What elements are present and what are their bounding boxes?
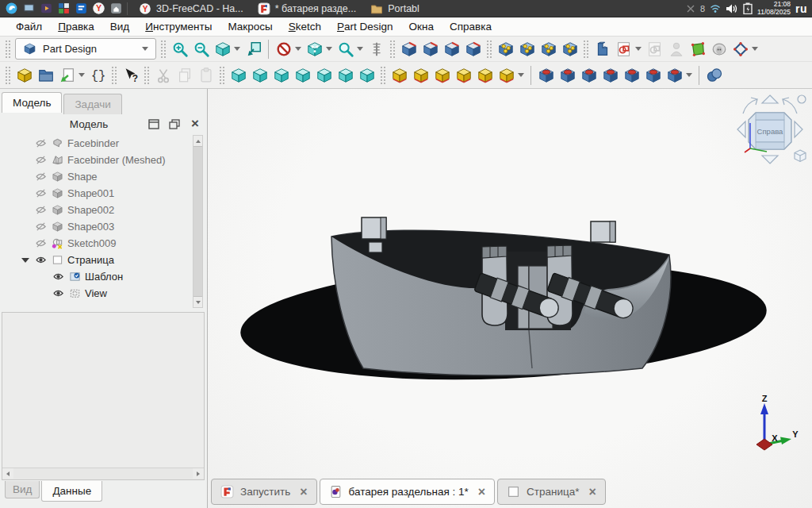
macro-braces-button[interactable]: {} <box>87 64 109 86</box>
document-tab-3[interactable]: Страница*× <box>497 479 606 505</box>
zoom-in-button[interactable] <box>169 38 190 60</box>
tree-item[interactable]: Страница <box>0 252 190 268</box>
toolbar-drag-handle[interactable] <box>380 66 386 85</box>
view-right-button[interactable] <box>292 64 313 86</box>
visibility-off-icon[interactable] <box>34 237 48 249</box>
menu-инструменты[interactable]: Инструменты <box>137 18 220 35</box>
whats-this-button[interactable]: ? <box>120 64 141 86</box>
scroll-left-button[interactable] <box>2 468 13 479</box>
toolbar-drag-handle[interactable] <box>486 40 492 59</box>
keyboard-layout-indicator[interactable]: ru <box>795 2 807 15</box>
close-icon[interactable]: × <box>589 486 596 498</box>
taskbar-window-button[interactable]: Portabl <box>363 0 427 17</box>
view-left-button[interactable] <box>356 64 377 86</box>
chamfer-button[interactable] <box>419 38 441 60</box>
tab-data-properties[interactable]: Данные <box>41 481 102 502</box>
tree-item[interactable]: Facebinder <box>0 135 190 152</box>
chevron-down-icon[interactable] <box>326 47 332 51</box>
workbench-selector[interactable]: Part Design <box>15 38 156 60</box>
tree-vertical-scrollbar[interactable] <box>193 135 203 308</box>
chevron-down-icon[interactable] <box>635 47 642 51</box>
toolbar-drag-handle[interactable] <box>144 66 150 85</box>
toolbar-drag-handle[interactable] <box>111 66 117 85</box>
shapebinder-button[interactable] <box>687 38 708 60</box>
tree-item[interactable]: Sketch009 <box>0 235 190 252</box>
view-front-button[interactable] <box>249 64 270 86</box>
visibility-on-icon[interactable] <box>52 271 65 283</box>
tree-item[interactable]: View <box>0 285 190 302</box>
view-top-button[interactable] <box>270 64 292 86</box>
expander-icon[interactable] <box>19 258 31 263</box>
fillet-button[interactable] <box>398 38 419 60</box>
polar-pattern-button[interactable] <box>538 38 559 60</box>
visibility-off-icon[interactable] <box>34 154 48 166</box>
std-views-button[interactable] <box>212 38 233 60</box>
menu-файл[interactable]: Файл <box>8 18 50 35</box>
visibility-off-icon[interactable] <box>34 204 48 216</box>
close-panel-icon[interactable]: × <box>187 117 203 131</box>
zoom-tools-button[interactable] <box>335 38 356 60</box>
toolbar-drag-handle[interactable] <box>389 40 396 59</box>
subtractive-loft-button[interactable] <box>599 64 621 86</box>
menu-sketch[interactable]: Sketch <box>281 18 329 35</box>
toolbar-drag-handle[interactable] <box>5 40 11 59</box>
visibility-off-icon[interactable] <box>34 137 48 149</box>
tree-item[interactable]: Shape003 <box>0 218 190 235</box>
office-icon[interactable] <box>57 2 71 15</box>
tree-item[interactable]: Shape <box>0 168 190 185</box>
thickness-button[interactable] <box>462 38 484 60</box>
scroll-thumb[interactable] <box>193 146 202 297</box>
zoom-out-button[interactable] <box>190 38 212 60</box>
subtractive-pipe-button[interactable] <box>621 64 642 86</box>
mirrored-button[interactable] <box>495 38 516 60</box>
draw-style-button[interactable] <box>273 38 294 60</box>
view-rear-button[interactable] <box>313 64 335 86</box>
dock-panel-icon[interactable] <box>146 117 162 131</box>
chevron-down-icon[interactable] <box>357 47 363 51</box>
menu-справка[interactable]: Справка <box>442 18 500 35</box>
toolbar-drag-handle[interactable] <box>219 66 225 85</box>
tree-item[interactable]: Facebinder (Meshed) <box>0 152 190 168</box>
additive-pipe-button[interactable] <box>453 64 474 86</box>
datum-button[interactable] <box>730 38 751 60</box>
file-manager-icon[interactable] <box>109 2 123 15</box>
wifi-icon[interactable] <box>710 4 721 13</box>
subtractive-helix-button[interactable] <box>642 64 664 86</box>
toolbar-drag-handle[interactable] <box>5 66 11 85</box>
visibility-off-icon[interactable] <box>34 221 48 233</box>
toolbar-drag-handle[interactable] <box>160 40 167 59</box>
chevron-down-icon[interactable] <box>295 47 301 51</box>
toolbar-drag-handle[interactable] <box>583 40 589 59</box>
clipping-button[interactable] <box>304 38 325 60</box>
menu-правка[interactable]: Правка <box>50 18 102 35</box>
battery-icon[interactable] <box>743 2 753 14</box>
tab-tasks[interactable]: Задачи <box>63 94 121 114</box>
network-disconnected-icon[interactable] <box>686 4 695 13</box>
visibility-off-icon[interactable] <box>34 187 48 199</box>
menu-макросы[interactable]: Макросы <box>220 18 280 35</box>
tab-view-properties[interactable]: Вид <box>5 481 40 498</box>
additive-primitive-button[interactable] <box>496 64 517 86</box>
media-player-icon[interactable] <box>40 2 53 15</box>
property-horizontal-scrollbar[interactable] <box>2 468 204 479</box>
clone-button[interactable] <box>708 38 730 60</box>
visibility-on-icon[interactable] <box>52 287 65 299</box>
chevron-down-icon[interactable] <box>686 73 692 77</box>
groove-button[interactable] <box>578 64 599 86</box>
presentation-icon[interactable] <box>75 2 88 15</box>
revolution-button[interactable] <box>410 64 431 86</box>
navigation-cube[interactable]: Справа <box>732 91 808 167</box>
tree-item[interactable]: Shape001 <box>0 185 190 202</box>
taskbar-window-button[interactable]: * батарея разде... <box>251 0 363 17</box>
display-icon[interactable] <box>22 2 36 15</box>
linear-pattern-button[interactable] <box>516 38 538 60</box>
additive-helix-button[interactable] <box>474 64 496 86</box>
open-button[interactable] <box>35 64 56 86</box>
chevron-down-icon[interactable] <box>234 47 240 51</box>
view-isometric-button[interactable] <box>228 64 249 86</box>
start-menu-icon[interactable] <box>5 2 18 15</box>
multitransform-button[interactable] <box>559 38 580 60</box>
chevron-down-icon[interactable] <box>79 73 85 77</box>
document-tab-2[interactable]: батарея раздельная : 1*× <box>320 479 496 505</box>
chevron-down-icon[interactable] <box>752 47 758 51</box>
